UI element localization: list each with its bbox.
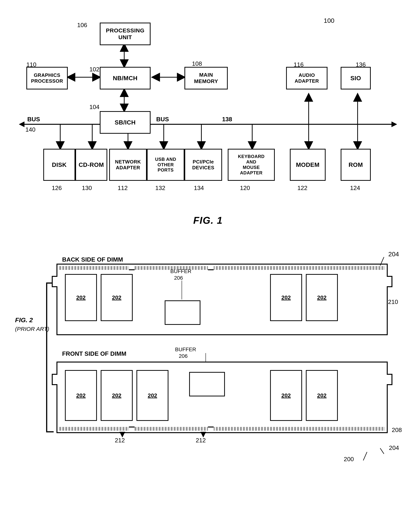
ref-140: 140 (25, 126, 35, 133)
dimm-front-outer: 202 202 202 202 202 208 (56, 361, 388, 433)
chip-front-4: 202 (270, 370, 302, 421)
ref-134: 134 (194, 185, 204, 191)
ref-124: 124 (350, 185, 360, 191)
nb-mch-box: NB/MCH (100, 67, 151, 89)
ref-104: 104 (89, 104, 99, 111)
main-memory-box: MAIN MEMORY (184, 67, 228, 89)
ref-126: 126 (52, 185, 62, 191)
bracket-left-front (52, 374, 57, 385)
chip-front-3: 202 (137, 370, 168, 421)
rom-box: ROM (341, 149, 371, 181)
buffer-label-front: BUFFER (175, 346, 196, 352)
modem-box: MODEM (290, 149, 326, 181)
ref-116: 116 (294, 61, 304, 68)
page: 100 PROCESSING UNIT 106 NB/MCH 102 MAIN … (0, 0, 415, 532)
chip-front-5: 202 (306, 370, 338, 421)
bus-label-right: BUS (156, 116, 169, 123)
ref-122: 122 (297, 185, 307, 191)
ref-200: 200 (344, 456, 354, 463)
fig2-bracket-bottom (46, 431, 54, 432)
notch-front-2 (208, 427, 214, 432)
sio-box: SIO (341, 67, 371, 89)
usb-ports-box: USB AND OTHER PORTS (147, 149, 184, 181)
disk-box: DISK (43, 149, 75, 181)
ref-208: 208 (392, 427, 402, 434)
ref-112: 112 (118, 185, 128, 191)
fig2-subtitle: (PRIOR ART) (15, 326, 49, 332)
chip-back-1: 202 (65, 274, 97, 321)
chip-front-2: 202 (101, 370, 133, 421)
notch-front-1 (129, 427, 135, 432)
network-adapter-box: NETWORK ADAPTER (109, 149, 147, 181)
ref-130: 130 (82, 185, 92, 191)
sb-ich-box: SB/ICH (100, 111, 151, 134)
fig2-bracket-line (46, 283, 47, 431)
fig1-title: FIG. 1 (15, 215, 401, 226)
ref-102: 102 (89, 66, 99, 73)
buffer-chip-front (189, 372, 225, 396)
ref-138: 138 (222, 116, 232, 123)
bracket-left-back (52, 276, 57, 287)
ref-108: 108 (192, 60, 202, 67)
ref-212-2: 212 (196, 437, 206, 444)
ref-100: 100 (324, 17, 334, 24)
fig2-diagram: FIG. 2 (PRIOR ART) 204 BACK SIDE OF DIMM… (15, 245, 401, 505)
ref-212-1: 212 (115, 437, 125, 444)
graphics-processor-box: GRAPHICS PROCESSOR (26, 67, 68, 89)
front-side-label: FRONT SIDE OF DIMM (62, 350, 126, 357)
buffer-label-back: BUFFER (170, 268, 191, 274)
bus-label-left: BUS (27, 116, 40, 123)
processing-unit-box: PROCESSING UNIT (100, 23, 151, 45)
chip-back-2: 202 (101, 274, 133, 321)
buffer-chip-back (165, 300, 201, 325)
chip-back-3: 202 (270, 274, 302, 321)
dimm-back-outer: 202 202 BUFFER 206 202 202 210 (56, 264, 388, 335)
buffer-ref-back: 206 (174, 275, 183, 281)
back-side-label: BACK SIDE OF DIMM (62, 256, 123, 263)
svg-line-23 (363, 452, 367, 460)
notch-back-1 (129, 265, 135, 270)
buffer-arrow-front (205, 353, 206, 362)
ref-132: 132 (155, 185, 165, 191)
fig1-arrows (15, 11, 401, 237)
connector-strip-back-top (59, 266, 385, 270)
pci-devices-box: PCI/PCIe DEVICES (184, 149, 222, 181)
audio-adapter-box: AUDIO ADAPTER (286, 67, 327, 89)
chip-back-4: 202 (306, 274, 338, 321)
keyboard-mouse-box: KEYBOARD AND MOUSE ADAPTER (228, 149, 275, 181)
ref-204-top: 204 (388, 250, 399, 258)
svg-marker-6 (391, 122, 397, 127)
buffer-arrow-back (182, 281, 182, 299)
ref-106: 106 (77, 22, 87, 29)
ref-204-bot: 204 (389, 445, 399, 451)
bracket-right-front (387, 374, 392, 385)
fig1-diagram: 100 PROCESSING UNIT 106 NB/MCH 102 MAIN … (15, 11, 401, 237)
svg-line-22 (380, 448, 384, 454)
chip-front-1: 202 (65, 370, 97, 421)
svg-marker-5 (19, 122, 25, 127)
buffer-ref-front: 206 (179, 353, 188, 359)
cd-rom-box: CD-ROM (75, 149, 107, 181)
bracket-right-back (387, 276, 392, 287)
ref-136: 136 (356, 61, 366, 68)
ref-120: 120 (240, 185, 250, 191)
fig2-title: FIG. 2 (15, 316, 33, 324)
notch-back-2 (208, 265, 214, 270)
connector-strip-front-bottom (59, 427, 385, 431)
ref-210: 210 (388, 298, 398, 305)
ref-110: 110 (26, 61, 36, 68)
